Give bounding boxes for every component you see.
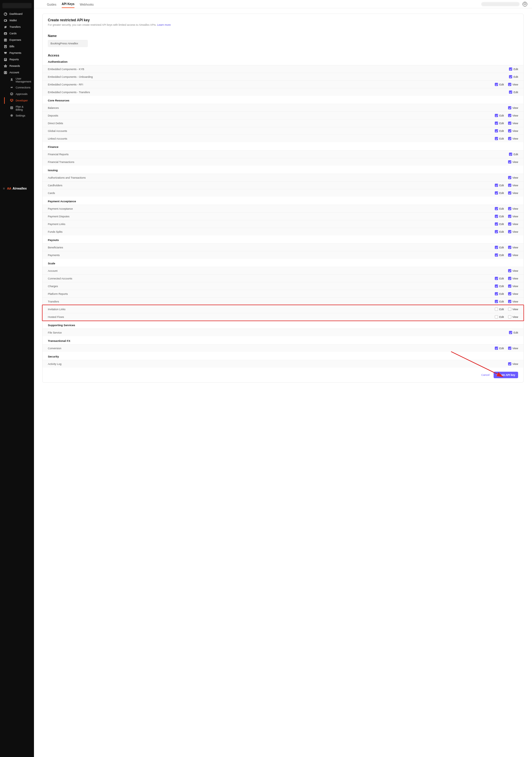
edit-checkbox[interactable]: Edit (509, 90, 518, 94)
view-checkbox[interactable]: View (508, 254, 518, 257)
learn-more-link[interactable]: Learn more (157, 23, 171, 26)
edit-checkbox[interactable]: Edit (495, 315, 504, 318)
permission-name: Global Accounts (48, 130, 67, 133)
permission-name: Direct Debits (48, 122, 63, 125)
tab-guides[interactable]: Guides (47, 3, 56, 8)
permission-name: File Service (48, 331, 62, 334)
permission-name: Authorizations and Transactions (48, 176, 86, 179)
create-api-key-card: Create restricted API key For greater se… (42, 14, 524, 383)
view-checkbox[interactable]: View (508, 83, 518, 86)
edit-checkbox[interactable]: Edit (495, 114, 504, 117)
permission-row: Financial TransactionsView (42, 158, 523, 166)
permission-row: Linked AccountsEditView (42, 135, 523, 142)
sidebar-sub-user-management[interactable]: User Management (4, 76, 34, 84)
view-checkbox[interactable]: View (508, 114, 518, 117)
sidebar-item-dashboard[interactable]: Dashboard (0, 11, 34, 17)
edit-checkbox[interactable]: Edit (495, 191, 504, 195)
sidebar-sub-label: Settings (16, 114, 25, 117)
view-checkbox[interactable]: View (508, 137, 518, 140)
view-checkbox[interactable]: View (508, 246, 518, 249)
edit-checkbox[interactable]: Edit (495, 83, 504, 86)
edit-checkbox[interactable]: Edit (509, 331, 518, 334)
edit-checkbox[interactable]: Edit (495, 215, 504, 218)
permission-name: Conversion (48, 347, 62, 350)
view-checkbox[interactable]: View (508, 176, 518, 179)
edit-checkbox[interactable]: Edit (495, 285, 504, 288)
permission-name: Financial Transactions (48, 161, 74, 164)
sidebar-sub-developer[interactable]: Developer (4, 97, 34, 104)
view-checkbox[interactable]: View (508, 129, 518, 133)
view-checkbox[interactable]: View (508, 215, 518, 218)
view-checkbox[interactable]: View (508, 222, 518, 226)
edit-checkbox[interactable]: Edit (495, 222, 504, 226)
check-icon (10, 92, 13, 96)
group-header: Finance (42, 142, 523, 150)
view-checkbox[interactable]: View (508, 277, 518, 280)
sidebar-sub-approvals[interactable]: Approvals (4, 91, 34, 97)
view-checkbox[interactable]: View (508, 230, 518, 233)
edit-checkbox[interactable]: Edit (495, 129, 504, 133)
view-checkbox[interactable]: View (508, 191, 518, 195)
view-checkbox[interactable]: View (508, 308, 518, 311)
api-key-name-input[interactable] (48, 40, 88, 47)
view-checkbox[interactable]: View (508, 362, 518, 366)
sidebar-item-bills[interactable]: Bills (0, 43, 34, 50)
edit-checkbox[interactable]: Edit (495, 122, 504, 125)
menu-toggle-icon[interactable]: ≡ (3, 187, 5, 190)
view-checkbox[interactable]: View (508, 160, 518, 164)
edit-checkbox[interactable]: Edit (495, 254, 504, 257)
sidebar-item-payments[interactable]: Payments (0, 50, 34, 56)
permission-name: Funds Splits (48, 230, 63, 233)
svg-rect-11 (11, 107, 13, 109)
sidebar-item-account[interactable]: Account (0, 69, 34, 76)
edit-checkbox[interactable]: Edit (495, 300, 504, 303)
view-checkbox[interactable]: View (508, 122, 518, 125)
svg-point-8 (11, 79, 13, 80)
sidebar-item-reports[interactable]: Reports (0, 56, 34, 63)
sidebar-sub-label: Plan & Billing (16, 105, 30, 111)
edit-checkbox[interactable]: Edit (495, 207, 504, 210)
account-blurred (481, 2, 519, 6)
sidebar-item-expenses[interactable]: Expenses (0, 37, 34, 43)
permission-row: CardholdersEditView (42, 181, 523, 189)
view-checkbox[interactable]: View (508, 300, 518, 303)
permission-row: Financial ReportsEdit (42, 150, 523, 158)
link-icon (10, 86, 13, 90)
cancel-button[interactable]: Cancel (481, 372, 490, 378)
permission-name: Hosted Flows (48, 316, 64, 318)
permission-row: Connected AccountsEditView (42, 274, 523, 282)
edit-checkbox[interactable]: Edit (495, 347, 504, 350)
edit-checkbox[interactable]: Edit (495, 246, 504, 249)
sidebar-item-cards[interactable]: Cards (0, 30, 34, 37)
view-checkbox[interactable]: View (508, 285, 518, 288)
view-checkbox[interactable]: View (508, 184, 518, 187)
edit-checkbox[interactable]: Edit (509, 75, 518, 78)
view-checkbox[interactable]: View (508, 207, 518, 210)
permission-row: Global AccountsEditView (42, 127, 523, 135)
sidebar-item-rewards[interactable]: Rewards (0, 63, 34, 69)
edit-checkbox[interactable]: Edit (509, 153, 518, 156)
sidebar-item-transfers[interactable]: Transfers (0, 24, 34, 30)
edit-checkbox[interactable]: Edit (495, 277, 504, 280)
view-checkbox[interactable]: View (508, 347, 518, 350)
group-header: Payouts (42, 235, 523, 243)
edit-checkbox[interactable]: Edit (509, 67, 518, 71)
edit-checkbox[interactable]: Edit (495, 137, 504, 140)
view-checkbox[interactable]: View (508, 106, 518, 109)
edit-checkbox[interactable]: Edit (495, 230, 504, 233)
edit-checkbox[interactable]: Edit (495, 292, 504, 295)
sidebar-sub-settings[interactable]: Settings (4, 112, 34, 119)
avatar-icon[interactable] (522, 2, 527, 7)
sidebar-sub-connections[interactable]: Connections (4, 84, 34, 91)
sidebar-sub-plan-billing[interactable]: Plan & Billing (4, 104, 34, 112)
view-checkbox[interactable]: View (508, 269, 518, 272)
edit-checkbox[interactable]: Edit (495, 184, 504, 187)
tab-api-keys[interactable]: API Keys (62, 2, 74, 8)
create-api-key-button[interactable]: Create API key (493, 372, 518, 378)
view-checkbox[interactable]: View (508, 292, 518, 295)
tab-webhooks[interactable]: Webhooks (80, 3, 94, 8)
sidebar-item-wallet[interactable]: Wallet (0, 17, 34, 24)
cards-icon (4, 32, 7, 35)
edit-checkbox[interactable]: Edit (495, 308, 504, 311)
view-checkbox[interactable]: View (508, 315, 518, 318)
